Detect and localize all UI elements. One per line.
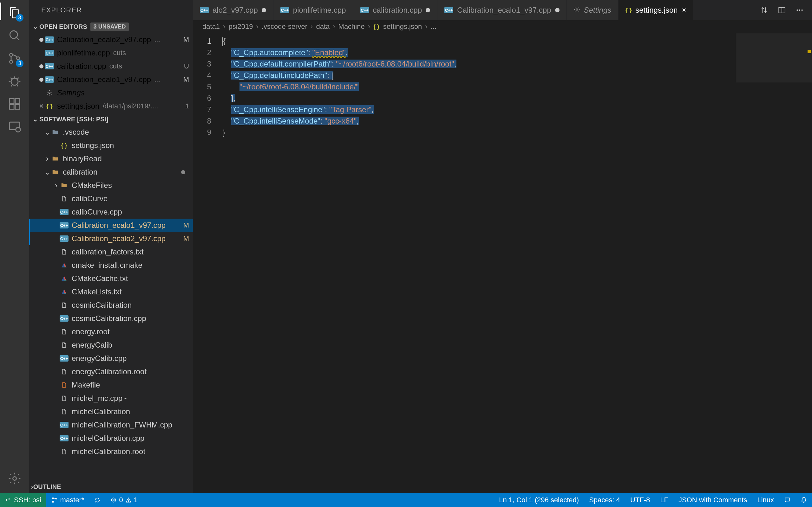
- folder-icon: [51, 128, 60, 136]
- tree-item[interactable]: michelCalibration: [29, 405, 193, 418]
- tree-item[interactable]: energyCalib: [29, 338, 193, 352]
- chevron-icon: ›: [53, 181, 60, 190]
- split-icon[interactable]: [778, 6, 786, 14]
- explorer-badge: 3: [16, 14, 23, 21]
- status-eol[interactable]: LF: [655, 493, 673, 507]
- status-encoding[interactable]: UTF-8: [625, 493, 655, 507]
- activity-explorer[interactable]: 3: [6, 4, 23, 21]
- status-feedback[interactable]: [779, 493, 796, 507]
- tree-item[interactable]: C++energyCalib.cpp: [29, 352, 193, 365]
- tree-item[interactable]: { }settings.json: [29, 139, 193, 152]
- tree-item[interactable]: ⌄.vscode: [29, 125, 193, 139]
- editor-tab[interactable]: C++alo2_v97.cpp: [193, 0, 273, 20]
- status-bell[interactable]: [796, 493, 812, 507]
- tree-item[interactable]: michel_mc.cpp~: [29, 392, 193, 405]
- modified-dot-icon: [181, 170, 185, 174]
- compare-icon[interactable]: [760, 6, 768, 14]
- tree-item[interactable]: ⌄calibration: [29, 165, 193, 179]
- svg-point-5: [11, 78, 18, 85]
- open-editor-label: pionlifetime.cpp: [57, 49, 110, 57]
- tree-item[interactable]: energy.root: [29, 325, 193, 338]
- outline-label: OUTLINE: [33, 483, 61, 491]
- tree-item[interactable]: michelCalibration.root: [29, 445, 193, 458]
- activity-remote[interactable]: [6, 118, 23, 135]
- chevron-icon: ⌄: [44, 168, 51, 176]
- svg-point-2: [9, 53, 12, 56]
- tree-item-label: michelCalibration: [72, 407, 130, 416]
- breadcrumb-segment[interactable]: data1: [202, 22, 220, 31]
- tree-item-label: cosmicCalibration: [72, 301, 132, 309]
- status-lang[interactable]: JSON with Comments: [673, 493, 752, 507]
- editor-tab[interactable]: C++calibration.cpp: [353, 0, 438, 20]
- makefile-icon: [60, 381, 68, 389]
- svg-point-27: [799, 9, 800, 11]
- tree-item[interactable]: C++michelCalibration.cpp: [29, 432, 193, 445]
- breadcrumb-segment[interactable]: ...: [431, 22, 437, 31]
- status-spaces[interactable]: Spaces: 4: [584, 493, 625, 507]
- status-problems[interactable]: 0 1: [106, 493, 143, 507]
- open-editor-item[interactable]: C++Calibration_ecalo2_v97.cpp...M: [29, 33, 193, 46]
- breadcrumb-segment[interactable]: Machine: [339, 22, 365, 31]
- editor-tab[interactable]: C++pionlifetime.cpp: [273, 0, 353, 20]
- status-sync[interactable]: [89, 493, 106, 507]
- workspace-header[interactable]: ⌄ SOFTWARE [SSH: PSI]: [29, 113, 193, 125]
- activity-settings[interactable]: [6, 470, 23, 487]
- minimap[interactable]: [736, 33, 812, 493]
- tree-item[interactable]: CMakeCache.txt: [29, 272, 193, 285]
- activity-search[interactable]: [6, 27, 23, 44]
- tree-item-label: michelCalibration.cpp: [72, 434, 144, 443]
- tree-item-label: Calibration_ecalo2_v97.cpp: [72, 234, 165, 243]
- tree-item[interactable]: C++calibCurve.cpp: [29, 205, 193, 219]
- tree-item-label: calibration_factors.txt: [72, 247, 144, 257]
- folder-icon: [60, 181, 68, 190]
- activity-extensions[interactable]: [6, 96, 23, 112]
- svg-point-29: [52, 498, 53, 499]
- tree-item[interactable]: C++Calibration_ecalo1_v97.cppM: [29, 219, 193, 232]
- status-os[interactable]: Linux: [752, 493, 779, 507]
- tab-label: Calibration_ecalo1_v97.cpp: [457, 6, 551, 14]
- editor-tab[interactable]: { }settings.json✕: [618, 0, 693, 20]
- tree-item-label: CMakeCache.txt: [72, 274, 128, 283]
- tree-item[interactable]: calibration_factors.txt: [29, 245, 193, 259]
- outline-header[interactable]: › OUTLINE: [29, 481, 193, 493]
- unsaved-badge: 3 UNSAVED: [90, 22, 129, 31]
- breadcrumb-segment[interactable]: settings.json: [383, 22, 422, 31]
- close-icon[interactable]: ✕: [681, 7, 687, 14]
- open-editor-item[interactable]: C++calibration.cppcutsU: [29, 60, 193, 73]
- editor-tab[interactable]: Settings: [567, 0, 619, 20]
- tree-item[interactable]: C++michelCalibration_FWHM.cpp: [29, 418, 193, 432]
- breadcrumb-segment[interactable]: .vscode-server: [262, 22, 307, 31]
- tree-item[interactable]: CMakeLists.txt: [29, 285, 193, 298]
- status-cursor[interactable]: Ln 1, Col 1 (296 selected): [494, 493, 584, 507]
- tree-item[interactable]: ›CMakeFiles: [29, 179, 193, 192]
- activity-scm[interactable]: 3: [6, 50, 23, 66]
- breadcrumb-segment[interactable]: data: [316, 22, 329, 31]
- tree-item[interactable]: C++Calibration_ecalo2_v97.cppM: [29, 232, 193, 245]
- open-editor-item[interactable]: Settings: [29, 86, 193, 100]
- tree-item[interactable]: ›binaryRead: [29, 152, 193, 165]
- activity-debug[interactable]: [6, 73, 23, 89]
- code-content[interactable]: { "C_Cpp.autocomplete": "Enabled", "C_Cp…: [223, 33, 812, 493]
- open-editor-item[interactable]: C++Calibration_ecalo1_v97.cpp...M: [29, 73, 193, 86]
- breadcrumb-segment[interactable]: psi2019: [229, 22, 253, 31]
- tree-item[interactable]: Makefile: [29, 378, 193, 392]
- cpp-icon: C++: [60, 314, 68, 323]
- tree-item[interactable]: cosmicCalibration: [29, 298, 193, 312]
- status-branch[interactable]: master*: [46, 493, 90, 507]
- editor-tab[interactable]: C++Calibration_ecalo1_v97.cpp: [438, 0, 566, 20]
- more-icon[interactable]: [796, 6, 804, 14]
- tree-item[interactable]: energyCalibration.root: [29, 365, 193, 378]
- open-editor-item[interactable]: C++pionlifetime.cppcuts: [29, 46, 193, 60]
- tree-item[interactable]: C++cosmicCalibration.cpp: [29, 312, 193, 325]
- open-editors-header[interactable]: ⌄ OPEN EDITORS 3 UNSAVED: [29, 20, 193, 33]
- status-remote[interactable]: SSH: psi: [0, 493, 46, 507]
- json-icon: { }: [60, 141, 68, 150]
- file-icon: [60, 407, 68, 416]
- tree-item[interactable]: cmake_install.cmake: [29, 259, 193, 272]
- editor-body[interactable]: 123456789 { "C_Cpp.autocomplete": "Enabl…: [193, 33, 812, 493]
- tree-item[interactable]: calibCurve: [29, 192, 193, 205]
- cmake-icon: [60, 287, 68, 296]
- svg-rect-7: [9, 105, 14, 109]
- open-editor-item[interactable]: ✕ { }settings.json/data1/psi2019/....1: [29, 100, 193, 113]
- breadcrumb[interactable]: data1›psi2019›.vscode-server›data›Machin…: [193, 20, 812, 33]
